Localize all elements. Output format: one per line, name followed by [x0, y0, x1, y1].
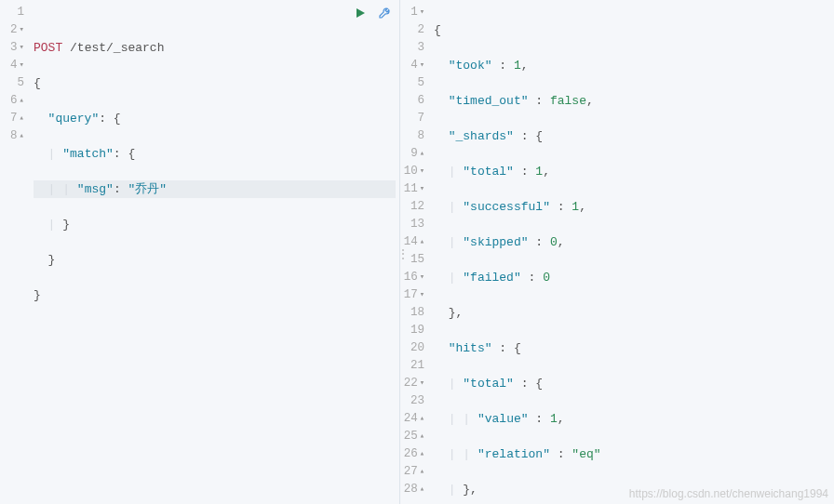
- line-gutter-left: 1 2▾ 3▾ 4▾ 5 6▴ 7▴ 8▴: [0, 0, 30, 504]
- request-editor: 1 2▾ 3▾ 4▾ 5 6▴ 7▴ 8▴ POST /test/_search…: [0, 0, 400, 504]
- watermark-text: https://blog.csdn.net/chenweichang1994: [629, 487, 828, 500]
- run-icon[interactable]: [353, 6, 368, 20]
- wrench-icon[interactable]: [377, 6, 392, 20]
- request-path: /test/_search: [70, 41, 164, 55]
- response-code[interactable]: { "took" : 1, "timed_out" : false, "_sha…: [430, 0, 834, 504]
- response-viewer: 1▾ 23 4▾ 5678 9▴ 10▾ 11▾ 1213 14▴ 15 16▾…: [400, 0, 834, 504]
- splitter-handle[interactable]: ⋮: [397, 252, 410, 258]
- http-method: POST: [34, 41, 62, 55]
- request-code[interactable]: POST /test/_search { "query": { | "match…: [30, 0, 399, 504]
